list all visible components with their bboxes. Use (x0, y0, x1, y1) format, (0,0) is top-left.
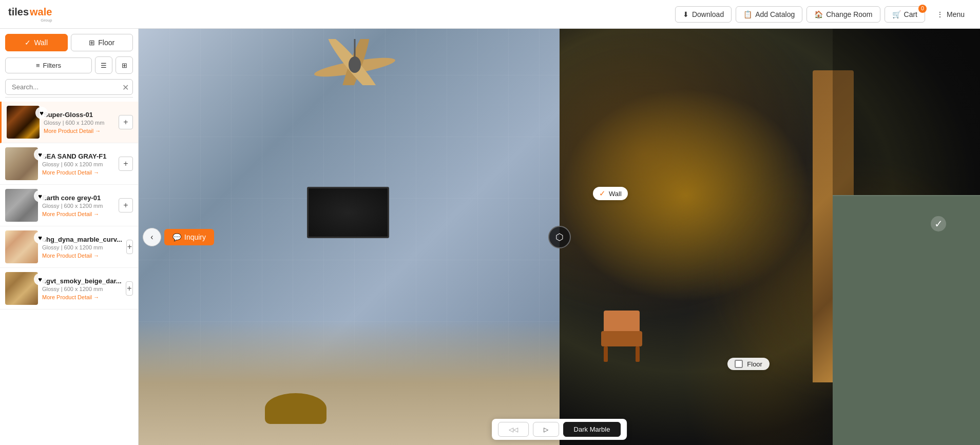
product-thumbnail (5, 147, 38, 180)
wall-toggle-button[interactable]: ✓ Wall (5, 34, 68, 51)
divider-arrows-icon: ⬡ (555, 231, 564, 243)
floor-toggle-button[interactable]: ⊞ Floor (71, 34, 133, 51)
bottom-bar-button-1[interactable]: ◁◁ (498, 422, 529, 437)
back-button[interactable]: ‹ (143, 228, 161, 246)
split-view: ⬡ (139, 29, 980, 445)
room-after-bg: ✓ Wall Floor ✓ (560, 29, 981, 445)
cabinet (833, 195, 980, 445)
product-info: SEA SAND GRAY-F1 Glossy | 600 x 1200 mm … (38, 152, 119, 176)
cart-button[interactable]: 🛒 Cart 0 (885, 6, 925, 23)
wall-badge-label: Wall (609, 190, 622, 198)
bottom-btn3-label: Dark Marble (574, 425, 610, 433)
list-icon: ☰ (101, 62, 107, 69)
download-button[interactable]: ⬇ Download (675, 6, 732, 23)
add-to-cart-button[interactable]: + (119, 198, 133, 212)
product-thumbnail (7, 106, 40, 139)
wall-badge: ✓ Wall (593, 187, 628, 200)
floor-badge-label: Floor (747, 360, 762, 368)
cart-label: Cart (904, 10, 917, 18)
product-spec: Glossy | 600 x 1200 mm (42, 286, 122, 292)
kitchen-area (833, 29, 980, 445)
room-icon: 🏠 (814, 10, 823, 18)
list-item[interactable]: ♥ SEA SAND GRAY-F1 Glossy | 600 x 1200 m… (0, 143, 138, 185)
floor-toggle-label: Floor (98, 38, 114, 47)
product-thumbnail (5, 230, 38, 263)
cart-badge: 0 (918, 5, 927, 13)
product-spec: Glossy | 600 x 1200 mm (42, 203, 114, 209)
view-toggle: ✓ Wall ⊞ Floor (0, 29, 138, 53)
add-to-cart-button[interactable]: + (119, 115, 133, 129)
floor-checkbox[interactable] (735, 360, 743, 368)
product-info: Earth core grey-01 Glossy | 600 x 1200 m… (38, 194, 119, 217)
search-clear-button[interactable]: ✕ (122, 82, 129, 92)
list-item[interactable]: ♥ Earth core grey-01 Glossy | 600 x 1200… (0, 185, 138, 226)
divider-handle[interactable]: ⬡ (548, 226, 571, 248)
change-room-label: Change Room (826, 10, 872, 18)
product-spec: Glossy | 600 x 1200 mm (42, 161, 114, 167)
product-detail-link[interactable]: More Product Detail → (44, 128, 114, 134)
menu-icon: ⋮ (936, 10, 944, 18)
grid-icon: ⊞ (122, 62, 127, 69)
menu-button[interactable]: ⋮ Menu (929, 7, 972, 22)
product-spec: Glossy | 600 x 1200 mm (42, 244, 122, 250)
list-item[interactable]: ♥ ohg_dyna_marble_curv... Glossy | 600 x… (0, 226, 138, 268)
filters-button[interactable]: ≡ Filters (5, 57, 92, 73)
product-info: ohg_dyna_marble_curv... Glossy | 600 x 1… (38, 236, 126, 259)
list-view-button[interactable]: ☰ (95, 56, 112, 74)
favorite-button[interactable]: ♥ (34, 273, 46, 285)
svg-point-5 (349, 56, 361, 73)
bottom-bar-button-2[interactable]: ▷ (533, 422, 559, 437)
search-divider (5, 97, 133, 98)
floor-badge[interactable]: Floor (727, 358, 770, 370)
add-catalog-button[interactable]: 📋 Add Catalog (736, 6, 802, 23)
add-to-cart-button[interactable]: + (126, 240, 133, 254)
search-row: ✕ (0, 77, 138, 97)
favorite-button[interactable]: ♥ (35, 107, 48, 119)
inquiry-label: Inquiry (184, 233, 206, 241)
product-detail-link[interactable]: More Product Detail → (42, 169, 114, 176)
chair-decoration (601, 311, 642, 362)
add-to-cart-button[interactable]: + (119, 157, 133, 171)
bottom-bar: ◁◁ ▷ Dark Marble (492, 419, 627, 440)
product-name: dgvt_smoky_beige_dar... (42, 277, 122, 285)
visualization-area: ‹ 💬 Inquiry (139, 29, 980, 445)
search-input[interactable] (5, 79, 133, 95)
product-detail-link[interactable]: More Product Detail → (42, 294, 122, 300)
product-thumbnail (5, 272, 38, 305)
inquiry-icon: 💬 (172, 233, 181, 241)
product-detail-link[interactable]: More Product Detail → (42, 211, 114, 217)
table-decoration (265, 393, 326, 424)
download-icon: ⬇ (683, 10, 689, 18)
product-name: Earth core grey-01 (42, 194, 114, 202)
detail-link-text: More Product Detail → (42, 253, 99, 259)
tv-display (307, 187, 389, 238)
header: tiles wale Group ⬇ Download 📋 Add Catalo… (0, 0, 980, 29)
product-name: SEA SAND GRAY-F1 (42, 152, 114, 160)
wall-toggle-label: Wall (34, 38, 48, 47)
change-room-button[interactable]: 🏠 Change Room (806, 6, 880, 23)
list-item[interactable]: ♥ dgvt_smoky_beige_dar... Glossy | 600 x… (0, 268, 138, 309)
bottom-btn1-label: ◁◁ (509, 426, 518, 433)
catalog-icon: 📋 (743, 10, 752, 18)
filter-icon: ≡ (36, 62, 40, 69)
favorite-button[interactable]: ♥ (34, 148, 46, 161)
after-view: ✓ Wall Floor ✓ (560, 29, 981, 445)
detail-link-text: More Product Detail → (42, 294, 99, 300)
product-detail-link[interactable]: More Product Detail → (42, 253, 122, 259)
detail-link-text: More Product Detail → (42, 211, 99, 217)
add-to-cart-button[interactable]: + (126, 281, 133, 296)
favorite-button[interactable]: ♥ (34, 190, 46, 202)
product-list: ♥ Super-Gloss-01 Glossy | 600 x 1200 mm … (0, 100, 138, 445)
product-name: ohg_dyna_marble_curv... (42, 236, 122, 243)
product-thumbnail (5, 189, 38, 222)
list-item[interactable]: ♥ Super-Gloss-01 Glossy | 600 x 1200 mm … (0, 102, 138, 143)
inquiry-button[interactable]: 💬 Inquiry (164, 229, 214, 245)
product-info: dgvt_smoky_beige_dar... Glossy | 600 x 1… (38, 277, 126, 300)
filters-row: ≡ Filters ☰ ⊞ (0, 53, 138, 77)
favorite-button[interactable]: ♥ (34, 231, 46, 244)
grid-view-button[interactable]: ⊞ (116, 56, 133, 74)
logo-group: Group (8, 18, 52, 23)
add-catalog-label: Add Catalog (755, 10, 795, 18)
bottom-bar-button-3[interactable]: Dark Marble (563, 422, 621, 437)
detail-link-text: More Product Detail → (42, 169, 99, 176)
